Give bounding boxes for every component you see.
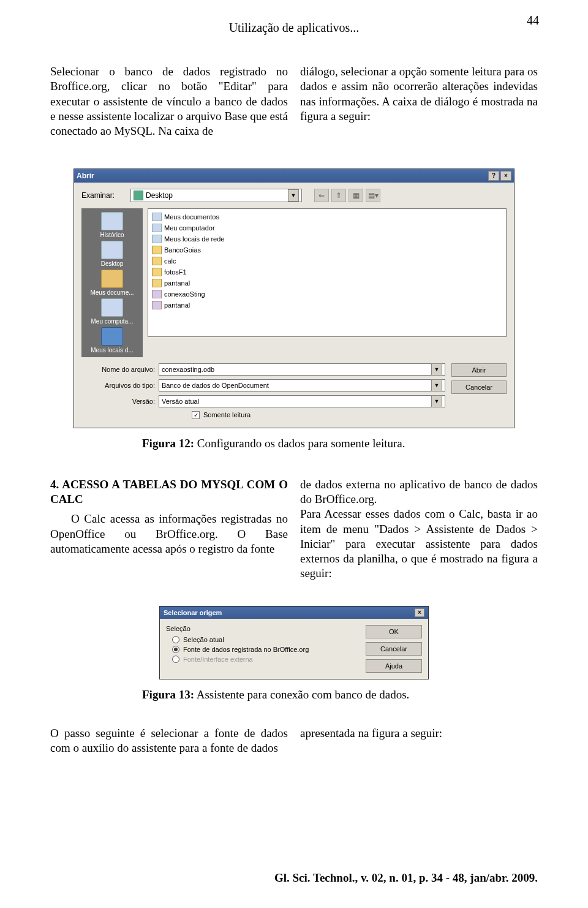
filetype-select[interactable]: Banco de dados do OpenDocument▼	[159, 379, 445, 392]
examine-label: Examinar:	[81, 191, 124, 200]
folder-icon	[152, 268, 162, 276]
folder-icon	[152, 246, 162, 254]
para-right-2: de dados externa no aplicativo de banco …	[300, 477, 538, 581]
close-icon[interactable]: ×	[415, 608, 424, 617]
network-icon	[101, 327, 123, 346]
cancel-button[interactable]: Cancelar	[366, 642, 422, 656]
folder-icon	[152, 257, 162, 265]
list-item[interactable]: Meus locais de rede	[152, 233, 502, 244]
radio-selecao-atual[interactable]: Seleção atual	[172, 636, 360, 643]
list-item[interactable]: BancoGoias	[152, 244, 502, 255]
radio-fonte-registrada[interactable]: Fonte de dados registrada no BrOffice.or…	[172, 646, 360, 653]
close-icon[interactable]: ×	[500, 171, 511, 181]
desktop-place-icon	[101, 241, 123, 259]
radio-icon	[172, 636, 179, 643]
filename-input[interactable]: conexaosting.odb▼	[159, 363, 445, 376]
help-icon[interactable]: ?	[488, 171, 499, 181]
folder-icon	[152, 213, 162, 221]
para-left-2: O Calc acessa as informações registradas…	[50, 512, 288, 556]
database-icon	[152, 301, 162, 309]
nav-viewmenu-icon[interactable]: ▤▾	[366, 189, 380, 202]
chevron-down-icon[interactable]: ▼	[431, 363, 442, 376]
database-icon	[152, 290, 162, 298]
select-origin-dialog: Selecionar origem × Seleção Seleção atua…	[159, 606, 429, 679]
para-left-1: Selecionar o banco de dados registrado n…	[50, 64, 288, 139]
list-item[interactable]: pantanal	[152, 300, 502, 311]
computer-icon	[101, 298, 123, 317]
open-button[interactable]: Abrir	[451, 363, 507, 377]
chevron-down-icon[interactable]: ▼	[431, 379, 442, 392]
place-meusdoc[interactable]: Meus docume...	[86, 270, 138, 296]
radio-icon	[172, 656, 179, 663]
version-select[interactable]: Versão atual▼	[159, 395, 445, 407]
radio-fonte-externa: Fonte/Interface externa	[172, 656, 360, 663]
documents-icon	[101, 270, 123, 288]
computer-small-icon	[152, 224, 162, 232]
place-desktop[interactable]: Desktop	[86, 241, 138, 267]
ok-button[interactable]: OK	[366, 625, 422, 638]
folder-icon	[152, 279, 162, 287]
examine-combo[interactable]: Desktop ▼	[130, 189, 302, 202]
list-item[interactable]: Meus documentos	[152, 211, 502, 222]
chevron-down-icon[interactable]: ▼	[431, 395, 442, 407]
nav-up-icon[interactable]: ⇑	[331, 189, 346, 202]
filetype-label: Arquivos do tipo:	[81, 382, 155, 389]
place-meuslocais[interactable]: Meus locais d...	[86, 327, 138, 354]
section-4-heading: 4. ACESSO A TABELAS DO MYSQL COM O CALC	[50, 477, 288, 507]
dialog2-titlebar: Selecionar origem ×	[160, 607, 428, 619]
examine-value: Desktop	[146, 191, 173, 200]
nav-back-icon[interactable]: ⇐	[314, 189, 329, 202]
list-item[interactable]: fotosF1	[152, 267, 502, 278]
dialog-title: Abrir	[77, 172, 487, 180]
para-right-3: apresentada na figura a seguir:	[300, 726, 538, 756]
selection-group-label: Seleção	[166, 625, 360, 632]
page-footer: Gl. Sci. Technol., v. 02, n. 01, p. 34 -…	[274, 871, 538, 885]
readonly-checkbox[interactable]: ✓	[192, 411, 200, 419]
figure-13-caption: Figura 13: Assistente para conexão com b…	[50, 688, 538, 702]
running-header: Utilização de aplicativos...	[0, 0, 588, 35]
chevron-down-icon[interactable]: ▼	[288, 189, 299, 202]
nav-newfolder-icon[interactable]: ▦	[349, 189, 363, 202]
dialog-titlebar: Abrir ? ×	[74, 169, 514, 183]
para-right-1: diálogo, selecionar a opção somente leit…	[300, 64, 538, 139]
open-dialog: Abrir ? × Examinar: Desktop ▼ ⇐ ⇑ ▦ ▤▾	[74, 168, 514, 428]
list-item[interactable]: conexaoSting	[152, 289, 502, 300]
paragraph-block-1: Selecionar o banco de dados registrado n…	[50, 64, 538, 139]
place-historico[interactable]: Histórico	[86, 212, 138, 238]
history-icon	[101, 212, 123, 230]
cancel-button[interactable]: Cancelar	[451, 380, 507, 394]
file-list[interactable]: Meus documentos Meu computador Meus loca…	[148, 208, 507, 337]
version-label: Versão:	[81, 398, 155, 405]
network-small-icon	[152, 235, 162, 243]
places-bar: Histórico Desktop Meus docume... Meu com…	[81, 208, 143, 357]
place-meucomp[interactable]: Meu computa...	[86, 298, 138, 325]
para-left-3: O passo seguinte é selecionar a fonte de…	[50, 726, 288, 756]
list-item[interactable]: Meu computador	[152, 222, 502, 233]
figure-12-caption: Figura 12: Configurando os dados para so…	[50, 437, 538, 450]
desktop-icon	[134, 191, 143, 200]
filename-label: Nome do arquivo:	[81, 366, 155, 373]
readonly-label: Somente leitura	[203, 411, 251, 418]
help-button[interactable]: Ajuda	[366, 659, 422, 673]
list-item[interactable]: pantanal	[152, 278, 502, 289]
radio-icon	[172, 646, 179, 653]
list-item[interactable]: calc	[152, 255, 502, 267]
page-number: 44	[527, 13, 539, 28]
dialog2-title: Selecionar origem	[164, 609, 415, 616]
